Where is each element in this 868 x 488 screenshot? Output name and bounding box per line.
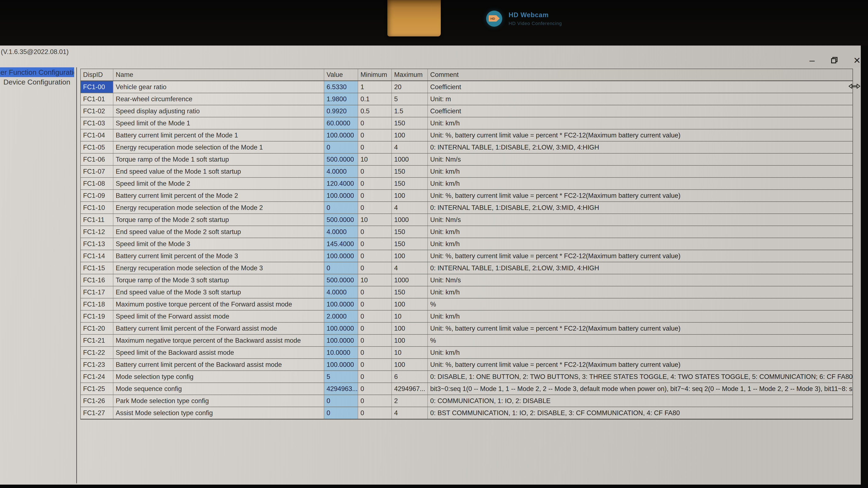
cell-id[interactable]: FC1-14 (81, 250, 113, 262)
cell-id[interactable]: FC1-13 (81, 238, 113, 250)
cell-id[interactable]: FC1-12 (81, 226, 113, 238)
table-row[interactable]: FC1-21Maximum negative torque percent of… (81, 335, 852, 347)
cell-comment[interactable]: Unit: %, battery current limit value = p… (428, 323, 852, 334)
table-row[interactable]: FC1-03Speed limit of the Mode 160.000001… (81, 117, 852, 129)
cell-value[interactable]: 4.0000 (324, 226, 358, 238)
cell-comment[interactable]: Unit: km/h (428, 226, 852, 238)
cell-comment[interactable]: 0: INTERNAL TABLE, 1:DISABLE, 2:LOW, 3:M… (428, 202, 852, 214)
table-row[interactable]: FC1-05Energy recuperation mode selection… (81, 141, 852, 154)
cell-name[interactable]: End speed value of the Mode 2 soft start… (113, 226, 324, 238)
cell-max[interactable]: 100 (392, 323, 428, 334)
cell-name[interactable]: Speed display adjusting ratio (113, 105, 324, 117)
table-row[interactable]: FC1-15Energy recuperation mode selection… (81, 262, 852, 274)
sidebar-item-device-configuration[interactable]: Device Configuration (0, 77, 76, 87)
cell-min[interactable]: 0 (358, 359, 392, 370)
cell-min[interactable]: 0 (358, 226, 392, 238)
table-row[interactable]: FC1-24Mode selection type config5060: DI… (81, 371, 852, 383)
cell-min[interactable]: 0 (358, 166, 392, 177)
cell-min[interactable]: 0 (358, 202, 392, 214)
cell-name[interactable]: Speed limit of the Backward assist mode (113, 347, 324, 358)
cell-min[interactable]: 0 (358, 311, 392, 322)
cell-name[interactable]: Energy recuperation mode selection of th… (113, 262, 324, 274)
cell-comment[interactable]: Unit: km/h (428, 178, 852, 189)
cell-comment[interactable]: Unit: m (428, 93, 852, 105)
cell-min[interactable]: 0 (358, 371, 392, 383)
cell-id[interactable]: FC1-27 (81, 407, 113, 419)
cell-comment[interactable]: Unit: %, battery current limit value = p… (428, 359, 852, 370)
table-row[interactable]: FC1-27Assist Mode selection type config0… (81, 407, 852, 419)
table-row[interactable]: FC1-10Energy recuperation mode selection… (81, 202, 852, 214)
cell-value[interactable]: 120.4000 (324, 178, 358, 189)
cell-name[interactable]: Torque ramp of the Mode 1 soft startup (113, 154, 324, 165)
cell-id[interactable]: FC1-18 (81, 298, 113, 310)
cell-comment[interactable]: 0: INTERNAL TABLE, 1:DISABLE, 2:LOW, 3:M… (428, 262, 852, 274)
cell-name[interactable]: End speed value of the Mode 3 soft start… (113, 286, 324, 298)
cell-name[interactable]: Maximum negative torque percent of the B… (113, 335, 324, 346)
cell-min[interactable]: 0 (358, 286, 392, 298)
cell-value[interactable]: 4294963... (324, 383, 358, 395)
cell-max[interactable]: 1000 (392, 274, 428, 286)
cell-comment[interactable]: bit3~0:seq 1(0 -- Mode 1, 1 -- Mode 2, 2… (428, 383, 852, 395)
cell-max[interactable]: 100 (392, 129, 428, 141)
cell-max[interactable]: 150 (392, 226, 428, 238)
cell-max[interactable]: 150 (392, 286, 428, 298)
cell-comment[interactable]: Unit: Nm/s (428, 154, 852, 165)
cell-comment[interactable]: 0: BST COMMUNICATION, 1: IO, 2: DISABLE,… (428, 407, 852, 419)
column-header-maximum[interactable]: Maximum (392, 69, 428, 80)
cell-name[interactable]: End speed value of the Mode 1 soft start… (113, 166, 324, 177)
cell-value[interactable]: 1.9800 (324, 93, 358, 105)
cell-min[interactable]: 0.5 (358, 105, 392, 117)
cell-min[interactable]: 10 (358, 214, 392, 226)
cell-min[interactable]: 0 (358, 298, 392, 310)
cell-comment[interactable]: Unit: Nm/s (428, 214, 852, 226)
cell-id[interactable]: FC1-26 (81, 395, 113, 407)
cell-value[interactable]: 2.0000 (324, 311, 358, 322)
table-row[interactable]: FC1-20Battery current limit percent of t… (81, 323, 852, 335)
column-header-name[interactable]: Name (113, 69, 324, 80)
cell-id[interactable]: FC1-22 (81, 347, 113, 358)
cell-max[interactable]: 1.5 (392, 105, 428, 117)
table-row[interactable]: FC1-23Battery current limit percent of t… (81, 359, 852, 371)
cell-comment[interactable]: Unit: km/h (428, 286, 852, 298)
restore-icon[interactable] (830, 56, 839, 65)
cell-id[interactable]: FC1-16 (81, 274, 113, 286)
cell-value[interactable]: 0 (324, 202, 358, 214)
cell-max[interactable]: 150 (392, 238, 428, 250)
cell-value[interactable]: 0 (324, 141, 358, 153)
cell-max[interactable]: 100 (392, 190, 428, 201)
cell-id[interactable]: FC1-00 (81, 81, 113, 93)
cell-value[interactable]: 100.0000 (324, 250, 358, 262)
cell-comment[interactable]: Unit: km/h (428, 166, 852, 177)
cell-value[interactable]: 0 (324, 407, 358, 419)
cell-id[interactable]: FC1-11 (81, 214, 113, 226)
cell-min[interactable]: 10 (358, 274, 392, 286)
cell-value[interactable]: 0.9920 (324, 105, 358, 117)
table-row[interactable]: FC1-04Battery current limit percent of t… (81, 129, 852, 141)
cell-min[interactable]: 0 (358, 250, 392, 262)
table-row[interactable]: FC1-13Speed limit of the Mode 3145.40000… (81, 238, 852, 250)
cell-comment[interactable]: 0: INTERNAL TABLE, 1:DISABLE, 2:LOW, 3:M… (428, 141, 852, 153)
cell-max[interactable]: 10 (392, 347, 428, 358)
cell-id[interactable]: FC1-15 (81, 262, 113, 274)
cell-name[interactable]: Vehicle gear ratio (113, 81, 324, 93)
cell-comment[interactable]: Unit: km/h (428, 117, 852, 129)
cell-name[interactable]: Mode sequence config (113, 383, 324, 395)
cell-id[interactable]: FC1-21 (81, 335, 113, 346)
cell-comment[interactable]: 0: COMMUNICATION, 1: IO, 2: DISABLE (428, 395, 852, 407)
cell-comment[interactable]: % (428, 335, 852, 346)
cell-comment[interactable]: 0: DISABLE, 1: ONE BUTTON, 2: TWO BUTTON… (428, 371, 852, 383)
cell-max[interactable]: 150 (392, 117, 428, 129)
cell-comment[interactable]: Unit: %, battery current limit value = p… (428, 190, 852, 201)
cell-max[interactable]: 6 (392, 371, 428, 383)
cell-id[interactable]: FC1-17 (81, 286, 113, 298)
table-row[interactable]: FC1-09Battery current limit percent of t… (81, 190, 852, 202)
cell-max[interactable]: 100 (392, 298, 428, 310)
cell-id[interactable]: FC1-05 (81, 141, 113, 153)
cell-id[interactable]: FC1-09 (81, 190, 113, 201)
table-row[interactable]: FC1-07End speed value of the Mode 1 soft… (81, 166, 852, 178)
cell-id[interactable]: FC1-25 (81, 383, 113, 395)
cell-comment[interactable]: Coefficient (428, 81, 852, 93)
cell-min[interactable]: 0 (358, 323, 392, 334)
cell-max[interactable]: 1000 (392, 154, 428, 165)
cell-name[interactable]: Battery current limit percent of the For… (113, 323, 324, 334)
